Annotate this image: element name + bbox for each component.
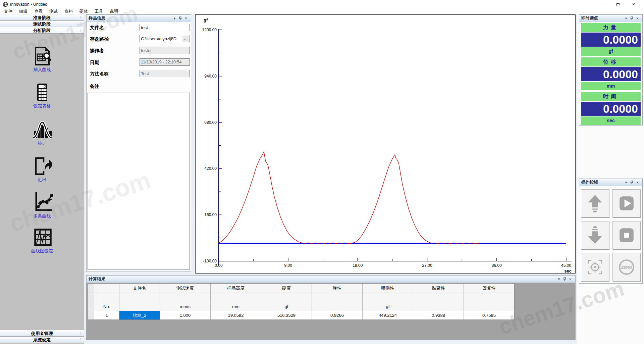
svg-text:9.00: 9.00 [284, 263, 292, 268]
menu-data[interactable]: 资料 [61, 9, 76, 14]
force-readout: 力量 0.0000 gf [581, 23, 641, 56]
tool-label: 插入曲线 [0, 67, 84, 73]
tool-label: 汇出 [0, 177, 84, 183]
sidebar-item-statistics[interactable]: 统计 [0, 120, 84, 147]
no-header-cell [94, 284, 119, 293]
cohesiveness-cell[interactable]: 0.9388 [413, 311, 464, 320]
close-icon: × [636, 180, 639, 185]
menu-hardware[interactable]: 硬体 [76, 9, 91, 14]
hardness-cell[interactable]: 516.3529 [261, 311, 312, 320]
chevron-down-icon: ▼ [625, 17, 628, 20]
filename-input[interactable] [140, 24, 190, 31]
target-button[interactable] [581, 253, 609, 281]
col-header-sample-height: 样品高度 [211, 284, 261, 293]
play-icon [617, 194, 636, 213]
unit-cell [119, 302, 160, 311]
jog-down-button[interactable] [581, 221, 609, 249]
chewiness-cell[interactable]: 449.2124 [363, 311, 413, 320]
panel-menu-button[interactable]: ▼ [172, 16, 177, 21]
svg-text:420.00: 420.00 [204, 166, 217, 171]
sample-height-cell[interactable]: 19.0582 [211, 311, 261, 320]
svg-text:160.00: 160.00 [204, 212, 217, 217]
zero-button[interactable]: ZERO [612, 253, 641, 281]
panel-pin-button[interactable] [629, 180, 635, 185]
time-readout: 时间 0.0000 sec [581, 92, 641, 125]
jog-up-icon [585, 194, 605, 213]
displacement-readout: 位移 0.0000 mm [581, 57, 641, 90]
filename-cell-selected[interactable]: 软糖_2 [119, 311, 160, 320]
browse-button[interactable]: ... [182, 35, 190, 42]
minimize-button[interactable]: – [595, 0, 610, 9]
date-input[interactable] [140, 58, 190, 66]
sidebar-item-set-table[interactable]: 设定表格 [0, 83, 84, 109]
sidebar-item-export[interactable]: 汇出 [0, 156, 84, 183]
resilience-cell[interactable]: 0.7585 [464, 311, 514, 320]
svg-text:18.00: 18.00 [353, 263, 363, 268]
tool-label: 多条曲线 [0, 213, 84, 219]
remarks-textarea[interactable] [88, 93, 190, 270]
method-name-input[interactable] [140, 70, 190, 77]
run-button[interactable] [612, 189, 641, 217]
panel-close-button[interactable]: × [568, 277, 573, 282]
panel-menu-button[interactable]: ▼ [623, 16, 629, 21]
tool-label: 统计 [0, 141, 84, 147]
row-grip-cell [88, 284, 94, 293]
displacement-unit: mm [581, 82, 641, 90]
panel-pin-button[interactable] [562, 277, 568, 282]
panel-pin-button[interactable] [177, 16, 183, 21]
close-icon: × [632, 1, 635, 8]
save-path-label: 存盘路径 [90, 36, 109, 42]
svg-text:36.00: 36.00 [492, 263, 502, 268]
insert-curve-icon [33, 46, 52, 66]
svg-text:-100.00: -100.00 [203, 259, 217, 263]
panel-close-button[interactable]: × [635, 180, 640, 185]
restore-button[interactable] [610, 0, 626, 9]
time-label: 时间 [581, 92, 641, 101]
menu-file[interactable]: 文件 [1, 9, 16, 14]
panel-menu-button[interactable]: ▼ [623, 180, 629, 185]
svg-text:27.00: 27.00 [422, 263, 432, 268]
panel-close-button[interactable]: × [183, 16, 189, 21]
panel-menu-button[interactable]: ▼ [556, 277, 562, 282]
springiness-cell[interactable]: 0.9266 [312, 311, 362, 320]
row-number-cell[interactable]: 1 [94, 311, 119, 320]
sidebar: 准备阶段 ⋮ 测试阶段 ⋮ 分析阶段 ⋮ 插入曲线 [0, 14, 84, 344]
panel-title: 操作按钮 [581, 180, 598, 185]
unit-cell [464, 302, 514, 311]
remarks-label: 备注 [90, 84, 99, 90]
stop-button[interactable] [612, 221, 641, 249]
close-icon: × [636, 16, 639, 21]
sidebar-item-user-management[interactable]: 使用者管理 ⋮ [0, 330, 84, 337]
panel-close-button[interactable]: × [635, 16, 640, 21]
unit-cell: mm/s [160, 302, 210, 311]
jog-up-button[interactable] [581, 189, 609, 217]
save-path-input[interactable] [140, 35, 181, 42]
force-value: 0.0000 [581, 33, 641, 47]
realtime-readout-panel: 即时读值 ▼ × 力量 0.0000 gf 位移 0.0000 mm 时间 [579, 14, 643, 126]
sidebar-item-system-settings[interactable]: 系统设定 ⋮ [0, 337, 84, 343]
sidebar-item-multi-curve[interactable]: 多条曲线 [0, 191, 84, 219]
multi-curve-icon [32, 191, 53, 212]
unit-cell: gf [363, 302, 413, 311]
sidebar-item-insert-curve[interactable]: 插入曲线 [0, 46, 84, 73]
close-button[interactable]: × [626, 0, 641, 9]
sidebar-item-prepare-stage[interactable]: 准备阶段 ⋮ [0, 14, 84, 21]
export-icon [32, 156, 52, 176]
panel-pin-button[interactable] [629, 16, 635, 21]
grip-dots-icon: ⋮ [79, 14, 83, 21]
menu-tools[interactable]: 工具 [91, 9, 106, 14]
empty-cell [119, 293, 160, 302]
sidebar-item-test-stage[interactable]: 测试阶段 ⋮ [0, 21, 84, 27]
minimize-icon: – [601, 2, 604, 7]
menu-view[interactable]: 查看 [31, 9, 46, 14]
menu-test[interactable]: 测试 [46, 9, 61, 14]
menu-help[interactable]: 说明 [106, 9, 121, 14]
grip-dots-icon: ⋮ [79, 337, 83, 343]
svg-text:sec: sec [564, 268, 572, 273]
row-grip-cell [88, 302, 94, 311]
operator-input[interactable] [140, 47, 190, 54]
menu-edit[interactable]: 编辑 [16, 9, 31, 14]
sidebar-item-analysis-stage[interactable]: 分析阶段 ⋮ [0, 27, 84, 34]
test-speed-cell[interactable]: 1.000 [160, 311, 210, 320]
sidebar-item-curve-settings[interactable]: 曲线图设定 [0, 228, 84, 254]
